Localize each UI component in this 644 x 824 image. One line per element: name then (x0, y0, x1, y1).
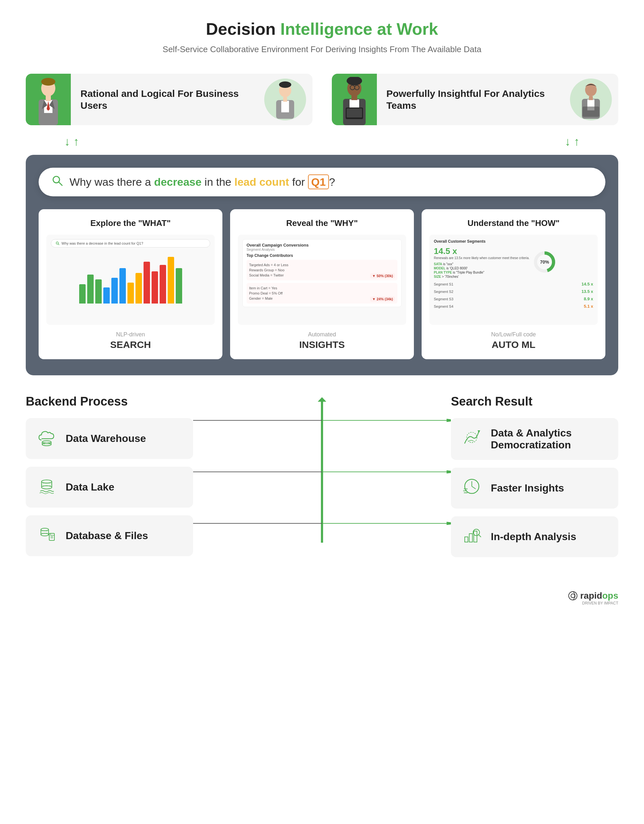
svg-marker-64 (478, 430, 480, 433)
arrows-row: ↓ ↑ ↓ ↑ (26, 135, 618, 148)
business-users-text: Rational and Logical For Business Users (71, 81, 264, 118)
database-files-icon (35, 524, 58, 547)
panel-automl: Understand the "HOW" Overall Customer Se… (422, 209, 606, 359)
mini-search-bar: Why was there a decrease in the lead cou… (51, 239, 210, 248)
data-analytics-icon (461, 428, 483, 450)
connector-svg (193, 395, 451, 549)
panel-search-title: Explore the "WHAT" (46, 218, 215, 228)
panel-search-footer: NLP-driven SEARCH (46, 331, 215, 350)
data-lake-icon (35, 476, 58, 498)
top-cards-section: Rational and Logical For Business Users (26, 74, 618, 125)
svg-rect-73 (469, 533, 472, 542)
data-lake-card: Data Lake (26, 467, 193, 507)
svg-rect-22 (347, 109, 362, 117)
svg-point-9 (279, 81, 291, 88)
svg-line-31 (58, 244, 60, 245)
svg-point-48 (41, 533, 49, 536)
panel-insights-title: Reveal the "WHY" (238, 218, 406, 228)
search-icon (51, 175, 63, 189)
svg-rect-72 (465, 537, 468, 542)
connector-area (193, 395, 451, 550)
search-query-text: Why was there a decrease in the lead cou… (69, 176, 335, 188)
arrow-pair-left: ↓ ↑ (65, 135, 79, 148)
svg-point-30 (56, 242, 58, 244)
svg-line-29 (58, 182, 62, 185)
green-block-left (26, 74, 71, 125)
svg-rect-50 (49, 533, 54, 540)
faster-insights-card: Faster Insights (451, 468, 618, 509)
panel-insights-footer: Automated INSIGHTS (238, 331, 406, 350)
page-title: Decision Intelligence at Work (26, 19, 618, 38)
database-files-card: Database & Files (26, 515, 193, 556)
svg-rect-12 (283, 97, 287, 102)
svg-point-77 (569, 592, 577, 600)
segments-list: Segment S1 14.5 x Segment S2 13.5 x Segm… (434, 281, 593, 309)
data-warehouse-card: Data Warehouse (26, 418, 193, 459)
donut-chart: 70% (533, 251, 556, 273)
svg-marker-58 (447, 419, 451, 422)
bar-chart (51, 252, 210, 303)
panel-automl-footer: No/Low/Full code AUTO ML (429, 331, 598, 350)
panel-search: Explore the "WHAT" Why was there a decre… (38, 209, 222, 359)
svg-rect-17 (352, 95, 357, 100)
page-subtitle: Self-Service Collaborative Environment F… (26, 45, 618, 54)
results-column: Search Result Data & Analytics Democrati… (451, 395, 618, 565)
backend-column: Backend Process Data Warehouse (26, 395, 193, 564)
data-warehouse-icon (35, 427, 58, 450)
svg-line-68 (472, 486, 476, 489)
svg-rect-74 (474, 531, 477, 542)
svg-marker-63 (318, 397, 326, 402)
svg-rect-26 (589, 96, 593, 100)
svg-point-23 (585, 83, 597, 96)
bottom-section: Backend Process Data Warehouse (26, 395, 618, 565)
analytics-teams-card: Powerfully Insightful For Analytics Team… (332, 74, 619, 125)
business-users-card: Rational and Logical For Business Users (26, 74, 312, 125)
panel-automl-title: Understand the "HOW" (429, 218, 598, 228)
business-user-avatar-right (264, 78, 306, 120)
analytics-teams-text: Powerfully Insightful For Analytics Team… (377, 81, 570, 118)
svg-marker-60 (447, 470, 451, 473)
main-section: Why was there a decrease in the lead cou… (26, 155, 618, 375)
footer-tagline: DRIVEN BY IMPACT (568, 601, 618, 606)
svg-point-1 (41, 78, 55, 86)
analytics-person-avatar (337, 77, 372, 125)
svg-point-45 (41, 528, 49, 531)
insight-group-2: Item in Cart = Yes Promo Deal = 5% Off G… (246, 283, 398, 303)
panel-automl-content: Overall Customer Segments 14.5 x Renewal… (429, 235, 598, 325)
svg-point-49 (41, 531, 49, 533)
business-man-avatar (31, 77, 66, 125)
panel-insights-content: Overall Campaign Conversions Segment Ana… (238, 235, 406, 325)
insight-main-box: Overall Campaign Conversions Segment Ana… (242, 239, 402, 307)
svg-point-78 (571, 594, 575, 598)
svg-rect-11 (281, 101, 289, 112)
insight-group-1: Targeted Ads = 4 or Less Rewards Group =… (246, 260, 398, 280)
footer: rapidops DRIVEN BY IMPACT (26, 584, 618, 606)
rapidops-logo-icon (568, 591, 578, 601)
panels-row: Explore the "WHAT" Why was there a decre… (38, 209, 606, 359)
data-analytics-card: Data & Analytics Democratization (451, 418, 618, 460)
in-depth-analysis-card: In-depth Analysis (451, 516, 618, 557)
arrow-pair-right: ↓ ↑ (565, 135, 579, 148)
in-depth-analysis-icon (461, 525, 483, 548)
footer-brand: rapidops (580, 590, 618, 601)
svg-rect-27 (583, 106, 599, 117)
svg-text:70%: 70% (540, 260, 549, 264)
green-block-right (332, 74, 377, 125)
panel-insights: Reveal the "WHY" Overall Campaign Conver… (230, 209, 414, 359)
donut-area: 14.5 x Renewals are 13.5x more likely wh… (434, 246, 593, 279)
svg-marker-62 (447, 522, 451, 525)
svg-rect-5 (46, 95, 51, 101)
analytics-team-avatar-right (570, 78, 612, 120)
search-bar[interactable]: Why was there a decrease in the lead cou… (38, 168, 606, 196)
panel-search-content: Why was there a decrease in the lead cou… (46, 235, 215, 325)
svg-line-76 (479, 535, 481, 537)
faster-insights-icon (461, 477, 483, 500)
